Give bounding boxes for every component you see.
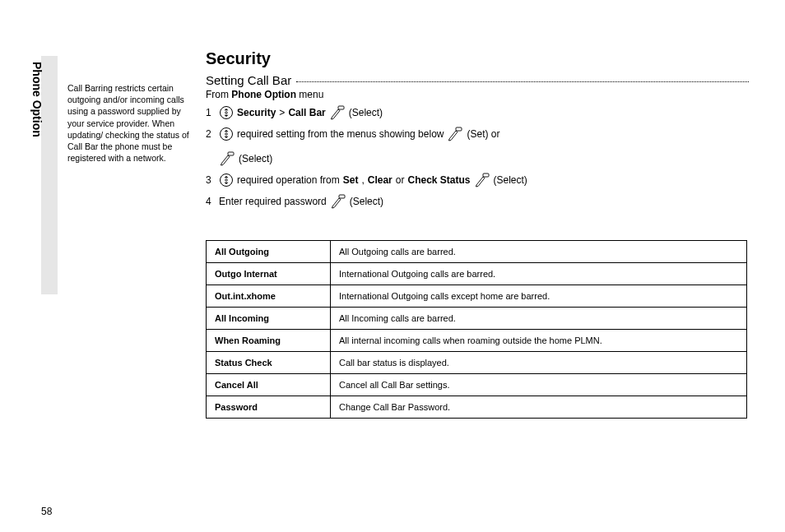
step-number: 1 bbox=[206, 104, 216, 122]
row-name: Password bbox=[207, 396, 331, 419]
step3-clear: Clear bbox=[368, 171, 392, 189]
row-name: All Incoming bbox=[207, 308, 331, 330]
settings-table: All OutgoingAll Outgoing calls are barre… bbox=[206, 240, 747, 419]
step3-set: Set bbox=[343, 171, 359, 189]
row-name: All Outgoing bbox=[207, 241, 331, 263]
step-number: 2 bbox=[206, 125, 216, 143]
table-row: Outgo InternatInternational Outgoing cal… bbox=[207, 263, 747, 285]
step4-select: (Select) bbox=[350, 192, 383, 210]
table-row: Cancel AllCancel all Call Bar settings. bbox=[207, 374, 747, 396]
row-desc: All Outgoing calls are barred. bbox=[331, 241, 747, 263]
table-row: When RoamingAll internal incoming calls … bbox=[207, 330, 747, 352]
step1-gt: > bbox=[279, 104, 285, 122]
table-row: All OutgoingAll Outgoing calls are barre… bbox=[207, 241, 747, 263]
sidebar-note: Call Barring restricts certain outgoing … bbox=[67, 82, 191, 164]
section-title: Security bbox=[206, 49, 749, 68]
main-content: Security Setting Call Bar From Phone Opt… bbox=[206, 49, 749, 419]
step-number: 4 bbox=[206, 192, 216, 210]
svg-point-0 bbox=[221, 107, 233, 119]
side-tab-label: Phone Option bbox=[30, 62, 44, 137]
row-name: Out.int.xhome bbox=[207, 285, 331, 308]
subheading-row: Setting Call Bar bbox=[206, 73, 749, 87]
step-number: 3 bbox=[206, 171, 216, 189]
step2-set: (Set) or bbox=[467, 125, 499, 143]
row-name: Outgo Internat bbox=[207, 263, 331, 285]
select-key-icon bbox=[447, 127, 463, 141]
dotted-leader bbox=[296, 81, 749, 82]
from-bold: Phone Option bbox=[231, 89, 296, 100]
step-2: 2 required setting from the menus showin… bbox=[206, 125, 749, 168]
step3-check: Check Status bbox=[407, 171, 470, 189]
select-key-icon bbox=[474, 173, 490, 187]
row-desc: All internal incoming calls when roaming… bbox=[331, 330, 747, 352]
svg-point-8 bbox=[225, 179, 228, 182]
step1-security: Security bbox=[237, 104, 276, 122]
svg-point-4 bbox=[225, 133, 228, 136]
nav-circle-icon bbox=[219, 127, 234, 141]
step3-text: required operation from bbox=[237, 171, 340, 189]
row-desc: Call bar status is displayed. bbox=[331, 352, 747, 374]
table-row: Status CheckCall bar status is displayed… bbox=[207, 352, 747, 374]
row-name: Status Check bbox=[207, 352, 331, 374]
step-1: 1 Security > Call Bar (Select) bbox=[206, 104, 749, 122]
step3-c1: , bbox=[361, 171, 364, 189]
table-row: Out.int.xhomeInternational Outgoing call… bbox=[207, 285, 747, 308]
svg-rect-9 bbox=[483, 173, 489, 177]
select-key-icon bbox=[330, 194, 346, 209]
step4-text: Enter required password bbox=[219, 192, 327, 210]
svg-point-1 bbox=[225, 112, 228, 114]
step3-c2: or bbox=[396, 171, 405, 189]
step-4: 4 Enter required password (Select) bbox=[206, 192, 749, 210]
subheading: Setting Call Bar bbox=[206, 73, 291, 87]
row-desc: Change Call Bar Password. bbox=[331, 396, 747, 419]
nav-circle-icon bbox=[219, 105, 234, 120]
steps: 1 Security > Call Bar (Select) 2 require… bbox=[206, 104, 749, 210]
step2-text: required setting from the menus showing … bbox=[237, 125, 444, 143]
svg-rect-5 bbox=[456, 127, 462, 131]
from-line: From Phone Option menu bbox=[206, 89, 749, 100]
row-desc: International Outgoing calls are barred. bbox=[331, 263, 747, 285]
step3-select: (Select) bbox=[494, 171, 527, 189]
step1-select: (Select) bbox=[349, 104, 383, 122]
svg-point-3 bbox=[221, 128, 233, 141]
step1-callbar: Call Bar bbox=[288, 104, 325, 122]
table-row: All IncomingAll Incoming calls are barre… bbox=[207, 308, 747, 330]
step2-select: (Select) bbox=[239, 150, 272, 168]
row-name: When Roaming bbox=[207, 330, 331, 352]
row-desc: International Outgoing calls except home… bbox=[331, 285, 747, 308]
from-post: menu bbox=[296, 89, 323, 100]
svg-point-7 bbox=[221, 174, 233, 187]
svg-rect-2 bbox=[338, 106, 344, 109]
select-key-icon bbox=[219, 151, 235, 166]
select-key-icon bbox=[329, 105, 346, 120]
row-name: Cancel All bbox=[207, 374, 331, 396]
row-desc: All Incoming calls are barred. bbox=[331, 308, 747, 330]
side-tab-background bbox=[41, 56, 58, 294]
table-row: PasswordChange Call Bar Password. bbox=[207, 396, 747, 419]
from-pre: From bbox=[206, 89, 231, 100]
page-number: 58 bbox=[41, 506, 52, 517]
svg-rect-10 bbox=[339, 195, 345, 198]
nav-circle-icon bbox=[219, 173, 234, 187]
row-desc: Cancel all Call Bar settings. bbox=[331, 374, 747, 396]
step-3: 3 required operation from Set, Clear or … bbox=[206, 171, 749, 189]
svg-rect-6 bbox=[228, 152, 234, 155]
